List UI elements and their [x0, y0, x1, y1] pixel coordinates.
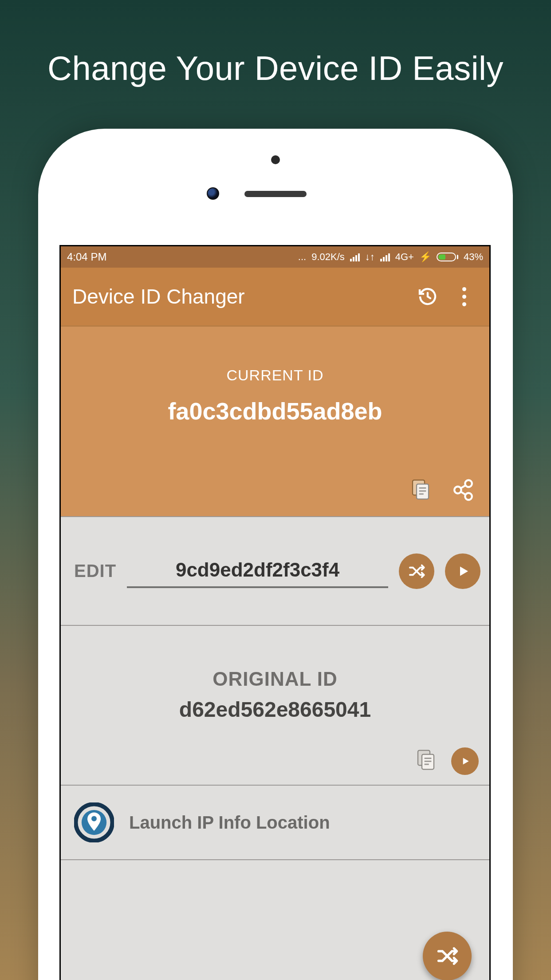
ip-info-row[interactable]: Launch IP Info Location — [61, 785, 489, 860]
overflow-menu-icon — [462, 287, 466, 306]
promo-title: Change Your Device ID Easily — [0, 49, 551, 87]
svg-point-17 — [91, 816, 97, 822]
phone-camera — [207, 187, 219, 200]
current-id-label: CURRENT ID — [61, 327, 489, 384]
fab-shuffle-button[interactable] — [423, 932, 472, 980]
svg-point-7 — [465, 480, 472, 487]
share-icon — [450, 477, 476, 503]
play-icon — [455, 563, 471, 579]
battery-pct: 43% — [464, 251, 483, 263]
overflow-menu-button[interactable] — [450, 283, 478, 310]
status-ellipsis: ... — [298, 251, 306, 263]
network-label: 4G+ — [395, 251, 414, 263]
current-id-panel: CURRENT ID fa0c3cdbd55ad8eb — [61, 325, 489, 516]
copy-current-button[interactable] — [409, 478, 433, 504]
app-bar: Device ID Changer — [61, 268, 489, 325]
phone-speaker — [244, 191, 307, 197]
edit-panel: EDIT — [61, 516, 489, 625]
svg-point-8 — [454, 486, 461, 493]
phone-mockup: 4:04 PM ... 9.02K/s ↓↑ 4G+ ⚡ 43% — [38, 129, 513, 980]
status-bar: 4:04 PM ... 9.02K/s ↓↑ 4G+ ⚡ 43% — [61, 246, 489, 268]
location-pin-icon — [74, 802, 114, 842]
shuffle-icon — [436, 944, 459, 968]
edit-id-input[interactable] — [127, 554, 388, 588]
copy-original-button[interactable] — [414, 748, 438, 774]
app-title: Device ID Changer — [72, 285, 405, 308]
battery-icon — [437, 253, 458, 261]
restore-original-button[interactable] — [451, 747, 479, 775]
original-id-panel: ORIGINAL ID d62ed562e8665041 — [61, 625, 489, 785]
original-id-value: d62ed562e8665041 — [61, 697, 489, 722]
status-speed: 9.02K/s — [311, 251, 345, 263]
history-icon — [417, 286, 438, 307]
ip-info-label: Launch IP Info Location — [129, 813, 330, 833]
status-time: 4:04 PM — [67, 251, 106, 263]
history-button[interactable] — [414, 283, 441, 310]
phone-sensor-dot — [271, 155, 280, 164]
svg-point-9 — [465, 493, 472, 500]
screen: 4:04 PM ... 9.02K/s ↓↑ 4G+ ⚡ 43% — [59, 245, 491, 980]
play-icon — [459, 755, 471, 767]
signal-icon — [350, 253, 360, 261]
edit-label: EDIT — [74, 561, 116, 581]
apply-button[interactable] — [445, 553, 480, 589]
updown-icon: ↓↑ — [365, 251, 375, 263]
signal-icon-2 — [380, 253, 390, 261]
original-id-label: ORIGINAL ID — [61, 626, 489, 690]
current-id-value: fa0c3cdbd55ad8eb — [61, 397, 489, 425]
randomize-button[interactable] — [399, 553, 434, 589]
copy-icon — [409, 478, 433, 502]
bolt-icon: ⚡ — [419, 251, 431, 263]
copy-icon — [414, 748, 438, 772]
shuffle-icon — [408, 562, 425, 580]
share-current-button[interactable] — [450, 477, 476, 505]
